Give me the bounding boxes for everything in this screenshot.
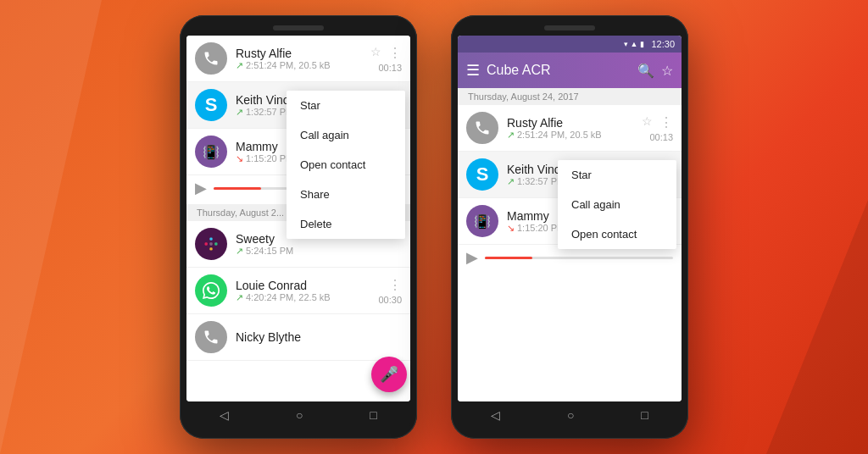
status-icons-right: ▾ ▲ ▮ [624,40,645,48]
svg-rect-3 [209,247,212,250]
progress-fill-right [485,257,532,259]
hamburger-icon[interactable]: ☰ [466,61,480,80]
svg-rect-0 [205,242,208,245]
nav-recent-right[interactable]: □ [641,408,648,422]
call-info-rusty: Rusty Alfie ↗ 2:51:24 PM, 20.5 kB [236,47,367,71]
call-item-rusty-right: Rusty Alfie ↗ 2:51:24 PM, 20.5 kB ☆ ⋮ 00… [458,105,682,152]
avatar-sweety [195,228,227,260]
star-icon-header[interactable]: ☆ [661,63,673,79]
nav-back-left[interactable]: ◁ [220,408,229,422]
arrow-mammy-right: ↘ [507,223,515,234]
arrow-louie: ↗ [236,292,243,303]
avatar-keith-right: S [466,158,498,191]
avatar-mammy-right: 📳 [466,205,498,237]
menu-item-open-contact-right[interactable]: Open contact [558,219,676,249]
app-title: Cube ACR [487,63,631,78]
duration-louie: 00:30 [378,295,402,305]
arrow-sweety: ↗ [236,246,243,257]
duration-rusty-left: 00:13 [378,63,402,73]
contact-name-rusty-right: Rusty Alfie [507,116,638,130]
time-sweety: 5:24:15 PM [246,246,293,256]
call-list-right: Rusty Alfie ↗ 2:51:24 PM, 20.5 kB ☆ ⋮ 00… [458,105,682,401]
play-btn-right[interactable]: ▶ [466,248,478,267]
status-bar-right: ▾ ▲ ▮ 12:30 [458,36,682,53]
call-info-nicky: Nicky Blythe [236,330,402,344]
nav-bar-right: ◁ ○ □ [458,403,682,427]
more-rusty-left[interactable]: ⋮ [388,45,402,61]
star-rusty-right[interactable]: ☆ [642,114,653,130]
avatar-mammy-left: 📳 [195,136,227,168]
menu-item-delete-left[interactable]: Delete [287,209,405,239]
call-details-louie: ↗ 4:20:24 PM, 22.5 kB [236,292,378,303]
arrow-keith-right: ↗ [507,176,515,187]
play-btn-left[interactable]: ▶ [195,179,207,197]
screen-right: ▾ ▲ ▮ 12:30 ☰ Cube ACR 🔍 ☆ Thursday, Aug… [458,36,682,401]
nav-home-left[interactable]: ○ [296,408,303,422]
call-list-left: Rusty Alfie ↗ 2:51:24 PM, 20.5 kB ☆ ⋮ 00… [186,36,410,401]
call-item-louie: Louie Conrad ↗ 4:20:24 PM, 22.5 kB ⋮ 00:… [186,268,410,314]
call-item-keith-left: S Keith Vincent ↗ 1:32:57 PM ⋮ Star Call… [186,82,410,129]
more-louie[interactable]: ⋮ [388,277,402,293]
call-info-louie: Louie Conrad ↗ 4:20:24 PM, 22.5 kB [236,279,378,303]
arrow-rusty-right: ↗ [507,130,515,141]
wifi-icon: ▾ [624,40,628,48]
nav-back-right[interactable]: ◁ [491,408,500,422]
arrow-rusty: ↗ [236,60,243,71]
avatar-keith-left: S [195,89,227,121]
menu-item-share-left[interactable]: Share [287,180,405,209]
time-rusty: 2:51:24 PM, 20.5 kB [246,60,331,70]
svg-rect-2 [214,242,217,245]
search-icon[interactable]: 🔍 [637,63,654,79]
duration-rusty-right: 00:13 [649,132,673,142]
more-rusty-right[interactable]: ⋮ [659,114,673,130]
contact-name-rusty: Rusty Alfie [236,47,367,60]
menu-item-open-contact-left[interactable]: Open contact [287,150,405,180]
phone-speaker-right [544,25,595,30]
battery-icon: ▮ [640,40,644,48]
call-item-keith-right: S Keith Vincent ↗ 1:32:57 PM ⋮ Star Call… [458,152,682,198]
nav-recent-left[interactable]: □ [370,408,376,422]
phone-speaker-left [273,25,324,30]
phone-right: ▾ ▲ ▮ 12:30 ☰ Cube ACR 🔍 ☆ Thursday, Aug… [451,15,688,439]
call-details-rusty: ↗ 2:51:24 PM, 20.5 kB [236,60,367,71]
svg-rect-4 [209,242,212,245]
menu-item-call-again-right[interactable]: Call again [558,190,676,219]
status-time: 12:30 [651,39,675,49]
app-header-right: ☰ Cube ACR 🔍 ☆ [458,53,682,88]
fab-mic-left[interactable]: 🎤 [371,357,407,392]
time-rusty-right: 2:51:24 PM, 20.5 kB [517,130,602,140]
screen-left: Rusty Alfie ↗ 2:51:24 PM, 20.5 kB ☆ ⋮ 00… [186,36,410,401]
star-rusty-left[interactable]: ☆ [370,45,381,61]
contact-name-nicky: Nicky Blythe [236,330,402,344]
avatar-rusty [195,42,227,75]
avatar-rusty-right [466,112,498,144]
avatar-nicky [195,321,227,353]
phones-container: Rusty Alfie ↗ 2:51:24 PM, 20.5 kB ☆ ⋮ 00… [180,15,688,439]
phone-left: Rusty Alfie ↗ 2:51:24 PM, 20.5 kB ☆ ⋮ 00… [180,15,417,439]
arrow-keith-left: ↗ [236,107,243,118]
call-info-rusty-right: Rusty Alfie ↗ 2:51:24 PM, 20.5 kB [507,116,638,141]
svg-rect-1 [209,238,212,241]
menu-item-star-right[interactable]: Star [558,160,676,190]
call-item-nicky: Nicky Blythe [186,314,410,361]
call-details-rusty-right: ↗ 2:51:24 PM, 20.5 kB [507,130,638,141]
progress-bar-right[interactable] [485,257,673,259]
avatar-louie [195,274,227,307]
call-item-rusty: Rusty Alfie ↗ 2:51:24 PM, 20.5 kB ☆ ⋮ 00… [186,36,410,82]
nav-home-right[interactable]: ○ [567,408,574,422]
arrow-mammy-left: ↘ [236,153,243,164]
menu-item-call-again-left[interactable]: Call again [287,120,405,150]
date-sep-right: Thursday, August 24, 2017 [458,88,682,105]
context-menu-left: Star Call again Open contact Share Delet… [287,91,405,239]
menu-item-star-left[interactable]: Star [287,91,405,120]
contact-name-louie: Louie Conrad [236,279,378,292]
play-row-right: ▶ [458,245,682,274]
signal-icon: ▲ [631,40,638,48]
context-menu-right: Star Call again Open contact [558,160,676,249]
time-louie: 4:20:24 PM, 22.5 kB [246,292,331,302]
call-details-sweety: ↗ 5:24:15 PM [236,246,402,257]
nav-bar-left: ◁ ○ □ [186,403,410,427]
progress-fill-left [214,187,261,190]
